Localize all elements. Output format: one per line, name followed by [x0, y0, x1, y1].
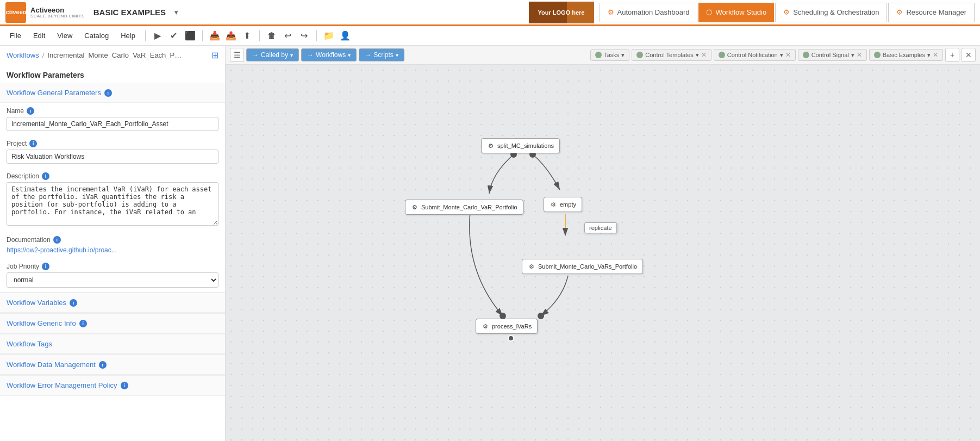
project-info-icon: i [29, 140, 37, 147]
panel-toggle-btn[interactable]: ☰ [230, 48, 244, 62]
workflow-tags-section: Workflow Tags [0, 334, 225, 355]
toolbar-stop[interactable]: ⬛ [183, 28, 198, 44]
workflow-data-management-header[interactable]: Workflow Data Management i [0, 355, 225, 375]
nav-resource-manager[interactable]: ⚙ Resource Manager [888, 3, 975, 22]
workflows-arrow-icon: → [307, 51, 314, 59]
workflow-error-management-section: Workflow Error Management Policy i [0, 375, 225, 396]
project-field-group: Project i [0, 135, 225, 168]
canvas-tag-basic-examples: Basic Examples ▾ ✕ [869, 49, 943, 61]
breadcrumb-workflows[interactable]: Workflows [7, 51, 39, 59]
node-submit-mc-vars[interactable]: ⚙ Submit_Monte_Carlo_VaRs_Portfolio [522, 259, 643, 274]
control-signal-dropdown-icon[interactable]: ▾ [851, 52, 854, 59]
menu-bar: File Edit View Catalog Help ▶ ✔ ⬛ 📥 📤 ⬆ … [0, 26, 980, 46]
menu-file[interactable]: File [4, 29, 27, 42]
name-input[interactable] [7, 117, 219, 131]
app-title-dropdown[interactable]: ▾ [174, 8, 178, 16]
toolbar-import[interactable]: 📥 [207, 28, 222, 44]
workflow-tags-header[interactable]: Workflow Tags [0, 334, 225, 354]
control-templates-close-icon[interactable]: ✕ [701, 51, 707, 59]
canvas-tag-control-templates: Control Templates ▾ ✕ [632, 49, 711, 61]
toolbar-upload[interactable]: ⬆ [240, 28, 255, 44]
documentation-link[interactable]: https://ow2-proactive.github.io/proac... [7, 244, 117, 256]
company-tagline: SCALE BEYOND LIMITS [30, 14, 85, 18]
replicate-tooltip: replicate [584, 222, 617, 233]
node-empty[interactable]: ⚙ empty [544, 197, 582, 212]
toolbar-folder[interactable]: 📁 [321, 28, 336, 44]
breadcrumb: Workflows / Incremental_Monte_Carlo_VaR_… [0, 46, 225, 65]
toolbar-play[interactable]: ▶ [150, 28, 165, 44]
breadcrumb-separator: / [42, 51, 45, 59]
workflow-variables-header[interactable]: Workflow Variables i [0, 293, 225, 313]
basic-examples-close-icon[interactable]: ✕ [933, 51, 938, 59]
menu-help[interactable]: Help [115, 29, 141, 42]
workflow-error-management-label[interactable]: Workflow Error Management Policy [7, 381, 117, 389]
general-params-header[interactable]: Workflow General Parameters i [0, 83, 225, 103]
tasks-dropdown-icon[interactable]: ▾ [621, 52, 625, 59]
empty-label: empty [560, 201, 576, 208]
canvas-called-by-btn[interactable]: → Called by ▾ [246, 48, 299, 61]
toolbar-undo[interactable]: ↩ [280, 28, 296, 44]
control-notification-dropdown-icon[interactable]: ▾ [780, 52, 783, 59]
workflow-variables-label[interactable]: Workflow Variables [7, 299, 66, 307]
toolbar-user[interactable]: 👤 [338, 28, 353, 44]
menu-view[interactable]: View [52, 29, 78, 42]
name-info-icon: i [27, 107, 34, 115]
node-process-ivars[interactable]: ⚙ process_iVaRs [476, 319, 538, 334]
nav-workflow-studio[interactable]: ⬡ Workflow Studio [698, 3, 774, 22]
general-params-label[interactable]: Workflow General Parameters [7, 89, 101, 97]
workflow-canvas[interactable]: ⚙ split_MC_simulations ⚙ Submit_Monte_Ca… [226, 65, 980, 441]
menu-edit[interactable]: Edit [28, 29, 51, 42]
toolbar-sep2 [259, 30, 260, 41]
workflow-tags-label[interactable]: Workflow Tags [7, 340, 52, 348]
zoom-out-btn[interactable]: ✕ [962, 48, 976, 62]
description-info-icon: i [42, 172, 49, 180]
process-ivars-icon: ⚙ [482, 322, 489, 330]
right-panel: ☰ → Called by ▾ → Workflows ▾ → Scripts … [226, 46, 980, 441]
top-nav: Activeeon Activeeon SCALE BEYOND LIMITS … [0, 0, 980, 26]
description-textarea[interactable]: Estimates the incremental VaR (iVaR) for… [7, 182, 219, 226]
documentation-field-group: Documentation i https://ow2-proactive.gi… [0, 232, 225, 258]
submit-mc-vars-label: Submit_Monte_Carlo_VaRs_Portfolio [538, 263, 637, 270]
workflow-data-management-info-icon: i [99, 361, 107, 369]
node-submit-mc-portfolio[interactable]: ⚙ Submit_Monte_Carlo_VaR_Portfolio [405, 200, 523, 215]
name-field-group: Name i [0, 103, 225, 135]
job-priority-info-icon: i [42, 263, 49, 270]
workflow-generic-header[interactable]: Workflow Generic Info i [0, 313, 225, 333]
basic-examples-dropdown-icon[interactable]: ▾ [927, 52, 931, 59]
project-input[interactable] [7, 150, 219, 164]
workflow-data-management-label[interactable]: Workflow Data Management [7, 361, 96, 369]
menu-catalog[interactable]: Catalog [79, 29, 114, 42]
grid-view-icon[interactable]: ⊞ [211, 50, 219, 60]
left-panel: Workflows / Incremental_Monte_Carlo_VaR_… [0, 46, 226, 441]
control-templates-dropdown-icon[interactable]: ▾ [696, 52, 699, 59]
panel-title: Workflow Parameters [0, 65, 225, 83]
job-priority-select[interactable]: normal low high urgent [7, 272, 219, 288]
canvas-workflows-btn[interactable]: → Workflows ▾ [301, 48, 357, 61]
toolbar-check[interactable]: ✔ [166, 28, 182, 44]
node-split-mc[interactable]: ⚙ split_MC_simulations [481, 138, 560, 153]
basic-examples-tag-icon [874, 52, 881, 58]
canvas-tag-tasks: Tasks ▾ [590, 49, 629, 61]
workflow-icon: ⬡ [706, 8, 712, 16]
documentation-info-icon: i [53, 236, 61, 244]
workflow-generic-label[interactable]: Workflow Generic Info [7, 319, 76, 327]
toolbar-sep1 [202, 30, 203, 41]
workflow-error-management-header[interactable]: Workflow Error Management Policy i [0, 375, 225, 395]
description-label: Description i [7, 172, 219, 180]
workflow-variables-info-icon: i [70, 299, 77, 307]
called-by-arrow-icon: → [252, 51, 259, 59]
canvas-tag-control-signal: Control Signal ▾ ✕ [798, 49, 867, 61]
toolbar-export[interactable]: 📤 [223, 28, 239, 44]
documentation-label: Documentation i [7, 236, 219, 244]
canvas-scripts-btn[interactable]: → Scripts ▾ [359, 48, 404, 61]
zoom-in-btn[interactable]: + [945, 48, 959, 62]
toolbar-redo[interactable]: ↪ [297, 28, 312, 44]
main-layout: Workflows / Incremental_Monte_Carlo_VaR_… [0, 46, 980, 441]
nav-automation-dashboard[interactable]: ⚙ Automation Dashboard [600, 3, 698, 22]
control-notification-close-icon[interactable]: ✕ [785, 51, 791, 59]
nav-scheduling[interactable]: ⚙ Scheduling & Orchestration [775, 3, 887, 22]
control-signal-close-icon[interactable]: ✕ [857, 51, 862, 59]
toolbar-delete[interactable]: 🗑 [264, 28, 279, 44]
scheduling-icon: ⚙ [783, 8, 790, 16]
canvas-toolbar: ☰ → Called by ▾ → Workflows ▾ → Scripts … [226, 46, 980, 65]
